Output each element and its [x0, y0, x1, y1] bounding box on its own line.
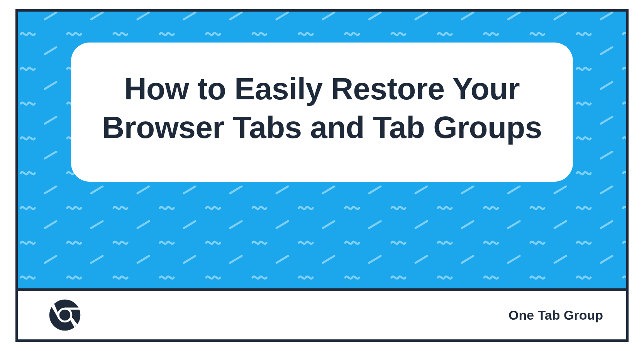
promo-card: How to Easily Restore Your Browser Tabs … — [15, 9, 629, 342]
footer-bar: One Tab Group — [18, 288, 626, 339]
brand-name: One Tab Group — [508, 308, 603, 323]
article-title: How to Easily Restore Your Browser Tabs … — [94, 70, 550, 147]
hero-section: How to Easily Restore Your Browser Tabs … — [18, 12, 626, 288]
chrome-icon — [49, 299, 81, 331]
title-box: How to Easily Restore Your Browser Tabs … — [71, 43, 573, 182]
